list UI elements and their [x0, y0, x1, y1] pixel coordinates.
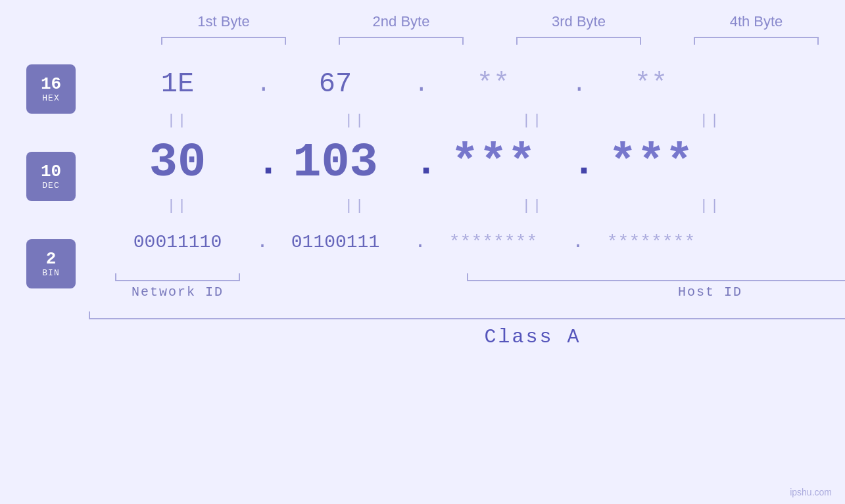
byte-header-4: 4th Byte — [667, 13, 845, 30]
hex-badge-num: 16 — [41, 75, 61, 94]
bin-cell-1: 00011110 — [89, 232, 266, 252]
eq1-2: || — [266, 112, 444, 129]
hex-value-2: 67 — [319, 68, 352, 100]
dec-badge-num: 10 — [41, 162, 61, 181]
hex-value-1: 1E — [161, 68, 194, 100]
hex-badge-label: HEX — [42, 93, 59, 103]
bin-value-4: ******** — [607, 232, 695, 252]
hex-cell-2: 67 — [247, 68, 424, 100]
hex-cell-1: 1E — [89, 68, 266, 100]
top-bracket-line-4 — [694, 37, 819, 45]
equals-row-2: || || || || — [89, 196, 845, 216]
bin-value-2: 01100111 — [291, 232, 379, 252]
label-spacer — [266, 285, 444, 300]
eq2-4: || — [621, 198, 799, 214]
dec-badge-label: DEC — [42, 181, 59, 191]
dec-cell-1: 30 — [89, 136, 266, 190]
class-section: Class A — [89, 311, 845, 348]
eq2-3: || — [444, 198, 621, 214]
bin-cell-2: 01100111 — [247, 232, 424, 252]
byte-header-2: 2nd Byte — [312, 13, 490, 30]
eq1-4: || — [621, 112, 799, 129]
eq2-1: || — [89, 198, 266, 214]
bottom-bracket-host — [444, 273, 845, 281]
class-outer-bracket — [89, 311, 845, 319]
bin-badge: 2 BIN — [26, 239, 76, 288]
bin-badge-label: BIN — [42, 268, 59, 278]
hex-badge: 16 HEX — [26, 64, 76, 114]
equals-row-1: || || || || — [89, 110, 845, 130]
bin-row: 00011110 . 01100111 . ******** . — [89, 216, 845, 268]
bottom-bracket-net — [89, 273, 266, 281]
dec-value-4: *** — [608, 136, 694, 190]
byte-header-3: 3rd Byte — [490, 13, 667, 30]
labels-row: Network ID Host ID — [89, 285, 845, 300]
top-bracket-3 — [490, 37, 667, 45]
bottom-bracket-net-line — [115, 273, 240, 281]
class-label: Class A — [484, 326, 581, 348]
top-bracket-line-3 — [516, 37, 641, 45]
top-bracket-1 — [135, 37, 312, 45]
top-brackets-row — [0, 37, 845, 45]
bottom-brackets-row — [89, 273, 845, 281]
bottom-bracket-host-line — [467, 273, 845, 281]
data-rows: 1E . 67 . ** . ** — [89, 58, 845, 348]
footer-logo: ipshu.com — [790, 487, 832, 497]
bin-badge-num: 2 — [46, 250, 57, 269]
dec-row: 30 . 103 . *** . *** — [89, 130, 845, 196]
top-bracket-line-1 — [161, 37, 286, 45]
byte-headers-row: 1st Byte 2nd Byte 3rd Byte 4th Byte — [0, 13, 845, 30]
network-id-label: Network ID — [89, 285, 266, 300]
host-id-label: Host ID — [444, 285, 845, 300]
bin-value-1: 00011110 — [133, 232, 222, 252]
hex-value-4: ** — [635, 68, 667, 100]
top-bracket-line-2 — [339, 37, 464, 45]
byte-header-1: 1st Byte — [135, 13, 312, 30]
spacer-dot-1 — [266, 273, 444, 281]
hex-cell-4: ** — [562, 68, 740, 100]
bin-value-3: ******** — [449, 232, 537, 252]
dec-value-1: 30 — [149, 136, 206, 190]
hex-row: 1E . 67 . ** . ** — [89, 58, 845, 110]
class-label-row: Class A — [89, 326, 845, 348]
hex-cell-3: ** — [404, 68, 582, 100]
bin-cell-4: ******** — [562, 232, 740, 252]
top-bracket-2 — [312, 37, 490, 45]
dec-badge: 10 DEC — [26, 152, 76, 201]
top-bracket-4 — [667, 37, 845, 45]
bottom-brackets-section: Network ID Host ID — [89, 273, 845, 300]
bin-cell-3: ******** — [404, 232, 582, 252]
main-content-area: 16 HEX 10 DEC 2 BIN 1E . — [0, 58, 845, 348]
hex-value-3: ** — [477, 68, 510, 100]
dec-value-2: 103 — [293, 136, 378, 190]
eq1-3: || — [444, 112, 621, 129]
dec-value-3: *** — [450, 136, 536, 190]
eq1-1: || — [89, 112, 266, 129]
main-container: 1st Byte 2nd Byte 3rd Byte 4th Byte 16 H… — [0, 0, 845, 504]
badges-column: 16 HEX 10 DEC 2 BIN — [26, 58, 76, 288]
eq2-2: || — [266, 198, 444, 214]
